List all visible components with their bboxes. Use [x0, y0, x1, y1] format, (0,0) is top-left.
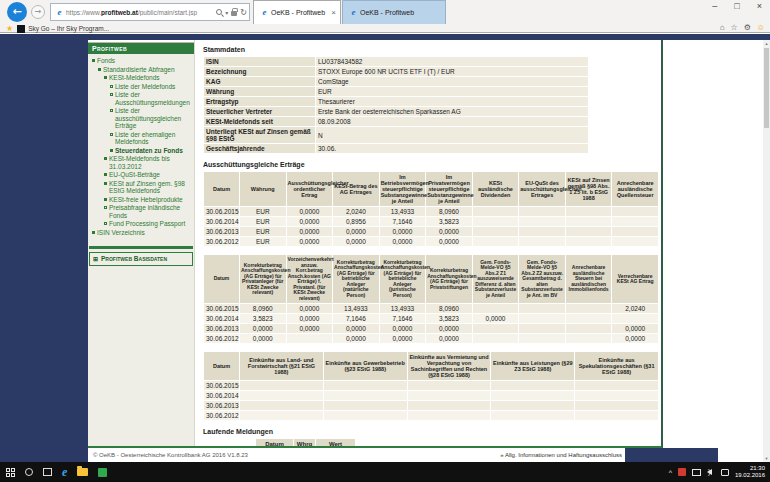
sidebar-item[interactable]: ISIN Verzeichnis	[91, 229, 192, 237]
table-cell: 0,0000	[379, 237, 426, 247]
close-button[interactable]: ×	[757, 1, 762, 11]
table-cell: 3,5823	[240, 314, 287, 324]
table-cell	[575, 381, 659, 391]
task-view-icon[interactable]	[43, 468, 52, 476]
table-cell	[565, 324, 612, 334]
bullet-icon	[110, 133, 113, 136]
file-explorer-icon[interactable]	[77, 468, 88, 476]
internet-explorer-icon[interactable]: e	[62, 466, 67, 478]
sidebar-separator	[89, 246, 193, 249]
sidebar-item[interactable]: Fonds	[91, 57, 192, 65]
table-cell	[407, 391, 491, 401]
table-cell: 0,0000	[333, 237, 380, 247]
table-cell	[575, 411, 659, 421]
search-icon[interactable]	[216, 9, 222, 15]
screen: ← → e https://www.profitweb.at/public/ma…	[0, 0, 770, 482]
tray-antivirus-icon[interactable]	[678, 468, 686, 476]
browser-tab-active[interactable]: e OeKB - Profitweb ×	[253, 0, 341, 24]
column-header: Datum	[204, 172, 240, 207]
maximize-button[interactable]: □	[734, 1, 739, 11]
table-cell: 30.06.2014	[204, 217, 240, 227]
home-icon[interactable]: ⌂	[720, 24, 725, 32]
dropdown-icon[interactable]: ▾	[225, 9, 228, 16]
table-cell: 0,0000	[472, 314, 519, 324]
bullet-icon	[104, 173, 107, 176]
sidebar-item[interactable]: Liste der Ausschüttungsmeldungen	[91, 91, 192, 106]
tray-chevron-icon[interactable]: ^	[669, 469, 672, 476]
start-button-icon[interactable]	[6, 468, 15, 477]
sidebar-item-label: KESt-Meldefonds	[109, 74, 160, 82]
table-cell: 2,0240	[612, 304, 659, 314]
table-cell: 7,1646	[333, 314, 380, 324]
scrollbar[interactable]: ▲ ▼	[763, 40, 770, 462]
table-row: Steuerlicher VertreterErste Bank der oes…	[204, 107, 589, 117]
sidebar-item[interactable]: KESt auf Zinsen gem. §98 EStG Meldefonds	[91, 180, 192, 195]
refresh-icon[interactable]: ↻	[240, 8, 247, 17]
volume-icon[interactable]	[707, 469, 712, 475]
table-cell	[612, 207, 659, 217]
sidebar-item-basisdaten[interactable]: ⊞ Profitweb Basisdaten	[89, 252, 193, 266]
sidebar: Profitweb FondsStandardisierte AbfragenK…	[88, 40, 195, 446]
table-cell: 30.06.	[316, 144, 589, 154]
forward-button[interactable]: →	[31, 5, 45, 19]
green-app-icon[interactable]	[98, 468, 107, 477]
sidebar-item[interactable]: EU-QuSt-Beträge	[91, 171, 192, 179]
expand-icon[interactable]: ⊞	[93, 255, 98, 263]
table-cell: 13,4933	[379, 207, 426, 217]
favorite-link[interactable]: Sky Go – Ihr Sky Program...	[28, 25, 109, 32]
sidebar-item[interactable]: Liste der ausschüttungsgleichen Erträge	[91, 107, 192, 130]
sidebar-item-label: Standardisierte Abfragen	[103, 66, 175, 74]
minimize-button[interactable]: –	[712, 1, 717, 11]
taskbar-clock[interactable]: 21:30 19.02.2016	[735, 465, 765, 479]
scroll-up-icon[interactable]: ▲	[763, 41, 770, 46]
sidebar-item[interactable]: KESt-Meldefonds bis 31.03.2012	[91, 155, 192, 170]
sidebar-item[interactable]: Preisabfrage inländische Fonds	[91, 204, 192, 219]
favorites-icon[interactable]: ☆	[730, 24, 737, 32]
sidebar-title: Profitweb	[88, 43, 194, 54]
sidebar-item[interactable]: Fund Processing Passport	[91, 220, 192, 228]
sidebar-item[interactable]: Liste der Meldefonds	[91, 83, 192, 91]
network-icon[interactable]	[692, 469, 701, 476]
sidebar-item[interactable]: Liste der ehemaligen Meldefonds	[91, 131, 192, 146]
scrollbar-thumb[interactable]	[764, 48, 769, 128]
column-header: Korrekturbetrag Anschaffungskosten (AG E…	[240, 255, 287, 304]
favorites-star-icon[interactable]: ★	[6, 25, 13, 33]
table-cell: 0,0000	[286, 324, 333, 334]
table-cell	[472, 217, 519, 227]
action-center-icon[interactable]	[721, 469, 729, 476]
address-bar[interactable]: e https://www.profitweb.at/public/main/s…	[50, 3, 250, 21]
back-button[interactable]: ←	[7, 2, 27, 22]
bullet-icon	[110, 149, 113, 152]
table-cell	[407, 401, 491, 411]
table-cell: 0,0000	[426, 334, 473, 344]
table-cell: 0,0000	[286, 314, 333, 324]
sidebar-item-label: KESt-Meldefonds bis 31.03.2012	[109, 155, 192, 170]
table-cell	[323, 381, 407, 391]
settings-gear-icon[interactable]: ⚙	[744, 24, 751, 32]
sidebar-item[interactable]: Standardisierte Abfragen	[91, 66, 192, 74]
table-row: WährungEUR	[204, 87, 589, 97]
table-cell	[575, 391, 659, 401]
footer-link[interactable]: » Allg. Informationen und Haftungsaussch…	[500, 452, 622, 458]
table-cell: Währung	[204, 87, 316, 97]
cortana-icon[interactable]	[25, 468, 33, 476]
table-cell: EUR	[240, 207, 287, 217]
column-header: Im Privatvermögen steuerpflichtige Subst…	[426, 172, 473, 207]
url-text[interactable]: https://www.profitweb.at/public/main/sta…	[66, 9, 216, 16]
table-cell	[565, 217, 612, 227]
table-cell: EUR	[240, 217, 287, 227]
sidebar-item[interactable]: KESt-Meldefonds	[91, 74, 192, 82]
sidebar-item[interactable]: KESt-freie Hebelprodukte	[91, 196, 192, 204]
bullet-icon	[92, 231, 95, 234]
tab-close-icon[interactable]: ×	[329, 8, 336, 17]
table-cell: Ertragstyp	[204, 97, 316, 107]
column-header: Datum	[204, 255, 240, 304]
scroll-down-icon[interactable]: ▼	[763, 456, 770, 461]
table-row: 30.06.20143,58230,00007,16467,16463,5823…	[204, 314, 659, 324]
sidebar-tree: FondsStandardisierte AbfragenKESt-Meldef…	[88, 54, 194, 241]
taskbar: e ^ 21:30 19.02.2016	[0, 462, 770, 482]
browser-tab-inactive[interactable]: e OeKB - Profitweb	[342, 0, 446, 24]
table-cell	[472, 324, 519, 334]
feedback-smiley-icon[interactable]: ☺	[757, 24, 765, 32]
sidebar-item[interactable]: Steuerdaten zu Fonds	[91, 147, 192, 155]
